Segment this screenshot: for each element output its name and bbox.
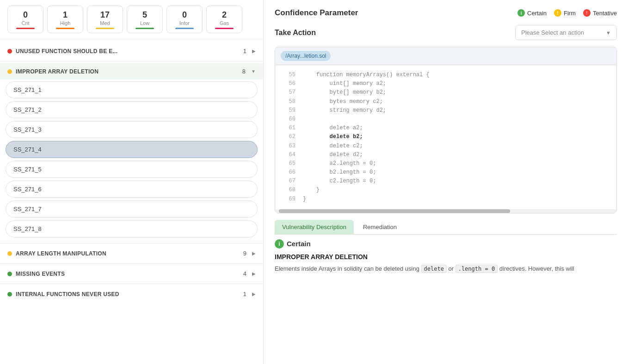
sub-items-improper-array: SS_271_1 SS_271_2 SS_271_3 SS_271_4 SS_2…	[0, 79, 263, 241]
scrollbar-thumb	[279, 209, 510, 213]
vuln-group-unused-fn-title: UNUSED FUNCTION SHOULD BE E...	[16, 48, 240, 55]
sub-item-ss271-5[interactable]: SS_271_5	[6, 161, 258, 178]
desc-code1: delete	[421, 265, 447, 273]
sub-item-ss271-7[interactable]: SS_271_7	[6, 200, 258, 218]
dropdown-arrow-icon: ▼	[606, 30, 611, 36]
stat-gas-bar	[215, 28, 234, 29]
vuln-group-internal-fn-title: INTERNAL FUNCTIONS NEVER USED	[16, 291, 240, 297]
firm-icon: !	[554, 9, 561, 17]
stat-infor-label: Infor	[179, 20, 190, 26]
chevron-down-icon: ▼	[251, 69, 256, 74]
sub-item-ss271-3[interactable]: SS_271_3	[6, 121, 258, 138]
divider-4	[0, 284, 263, 284]
chevron-right-icon-3: ▶	[252, 271, 256, 276]
conf-badge-tentative: ! Tentative	[583, 9, 617, 17]
tentative-icon: !	[583, 9, 591, 17]
conf-badge-certain: i Certain	[517, 9, 547, 17]
vuln-group-improper-array[interactable]: IMPROPER ARRAY DELETION 8 ▼	[0, 63, 263, 79]
stat-med-label: Med	[100, 20, 110, 26]
conf-badge-firm: ! Firm	[554, 9, 576, 17]
tab-remediation-label: Remediation	[363, 224, 397, 231]
certain-desc-label: Certain	[287, 240, 311, 248]
vulnerability-list: UNUSED FUNCTION SHOULD BE E... 1 ▶ IMPRO…	[0, 39, 263, 364]
chevron-right-icon: ▶	[252, 49, 256, 54]
desc-code2: .length = 0	[456, 265, 498, 273]
tab-vuln-desc-label: Vulnerability Description	[282, 224, 346, 231]
sub-item-ss271-1[interactable]: SS_271_1	[6, 81, 258, 98]
tab-vuln-desc[interactable]: Vulnerability Description	[275, 220, 354, 234]
desc-text-after: directives. However, this will	[498, 265, 574, 272]
divider-3	[0, 263, 263, 264]
description-area: i Certain IMPROPER ARRAY DELETION Elemen…	[275, 239, 617, 356]
stat-gas-number: 2	[222, 10, 227, 20]
sub-item-ss271-6[interactable]: SS_271_6	[6, 181, 258, 198]
action-dropdown[interactable]: Please Select an action ▼	[515, 25, 617, 40]
vuln-name-desc: IMPROPER ARRAY DELETION	[275, 253, 617, 261]
sub-item-ss271-4[interactable]: SS_271_4	[6, 141, 258, 158]
dot-improper-array	[7, 69, 12, 74]
stat-crit-label: Crit	[21, 20, 29, 26]
dot-array-length	[7, 251, 12, 256]
vuln-group-unused-fn[interactable]: UNUSED FUNCTION SHOULD BE E... 1 ▶	[0, 43, 263, 59]
stat-med-number: 17	[100, 10, 110, 20]
take-action-row: Take Action Please Select an action ▼	[275, 25, 617, 40]
code-scroll-area[interactable]: 55 function memoryArrays() external {56 …	[275, 65, 616, 209]
stat-infor[interactable]: 0 Infor	[166, 6, 203, 33]
stat-high-bar	[56, 28, 74, 29]
sub-item-ss271-8[interactable]: SS_271_8	[6, 220, 258, 237]
horizontal-scrollbar[interactable]	[275, 209, 616, 213]
vuln-group-improper-array-title: IMPROPER ARRAY DELETION	[16, 68, 239, 75]
stat-med-bar	[96, 28, 114, 29]
confidence-param-title: Confidence Parameter	[275, 8, 358, 18]
vuln-group-improper-array-count: 8	[242, 68, 246, 75]
sub-item-ss271-2[interactable]: SS_271_2	[6, 101, 258, 118]
dot-missing-events	[7, 272, 12, 276]
desc-text-mid: or	[447, 265, 456, 272]
stat-crit-bar	[16, 28, 35, 29]
dot-unused-fn	[7, 49, 12, 54]
certain-desc-icon: i	[275, 239, 284, 249]
vuln-group-array-length-title: ARRAY LENGTH MANIPULATION	[16, 250, 240, 257]
vuln-group-internal-fn[interactable]: INTERNAL FUNCTIONS NEVER USED 1 ▶	[0, 286, 263, 302]
stat-low-bar	[135, 28, 154, 29]
stat-infor-number: 0	[182, 10, 187, 20]
stats-row: 0 Crit 1 High 17 Med 5 Low 0 Infor	[0, 0, 263, 39]
action-dropdown-text: Please Select an action	[521, 29, 584, 36]
stat-high-number: 1	[63, 10, 68, 20]
vuln-group-internal-fn-count: 1	[243, 291, 246, 297]
stat-low-number: 5	[142, 10, 147, 20]
confidence-header: Confidence Parameter i Certain ! Firm ! …	[275, 8, 617, 18]
vuln-desc-text: Elements inside Arrays in solidity can b…	[275, 264, 617, 274]
stat-high-label: High	[60, 20, 71, 26]
certain-badge: i Certain	[275, 239, 617, 249]
vuln-group-missing-events-count: 4	[243, 270, 246, 277]
stat-crit[interactable]: 0 Crit	[7, 6, 43, 33]
firm-label: Firm	[564, 10, 576, 17]
code-container: /Array...letion.sol 55 function memoryAr…	[275, 47, 617, 213]
dot-internal-fn	[7, 292, 12, 297]
tentative-label: Tentative	[593, 10, 617, 17]
stat-med[interactable]: 17 Med	[87, 6, 123, 33]
code-file-tab[interactable]: /Array...letion.sol	[281, 51, 331, 61]
stat-crit-number: 0	[23, 10, 28, 20]
divider-2	[0, 243, 263, 243]
chevron-right-icon-2: ▶	[252, 251, 256, 256]
bottom-tabs: Vulnerability Description Remediation	[275, 220, 617, 235]
stat-low[interactable]: 5 Low	[127, 6, 163, 33]
vuln-group-array-length[interactable]: ARRAY LENGTH MANIPULATION 9 ▶	[0, 245, 263, 261]
stat-low-label: Low	[140, 20, 149, 26]
desc-text-before: Elements inside Arrays in solidity can b…	[275, 265, 421, 272]
vuln-group-missing-events-title: MISSING EVENTS	[16, 271, 240, 277]
stat-gas[interactable]: 2 Gas	[206, 6, 242, 33]
vuln-group-unused-fn-count: 1	[243, 48, 246, 55]
chevron-right-icon-4: ▶	[252, 291, 256, 297]
vuln-group-array-length-count: 9	[243, 250, 246, 257]
take-action-label: Take Action	[275, 29, 316, 37]
stat-gas-label: Gas	[220, 20, 229, 26]
vuln-group-missing-events[interactable]: MISSING EVENTS 4 ▶	[0, 266, 263, 282]
code-block: 55 function memoryArrays() external {56 …	[275, 65, 616, 209]
certain-icon: i	[517, 9, 525, 17]
confidence-badges: i Certain ! Firm ! Tentative	[517, 9, 617, 17]
tab-remediation[interactable]: Remediation	[356, 220, 404, 234]
stat-high[interactable]: 1 High	[47, 6, 83, 33]
